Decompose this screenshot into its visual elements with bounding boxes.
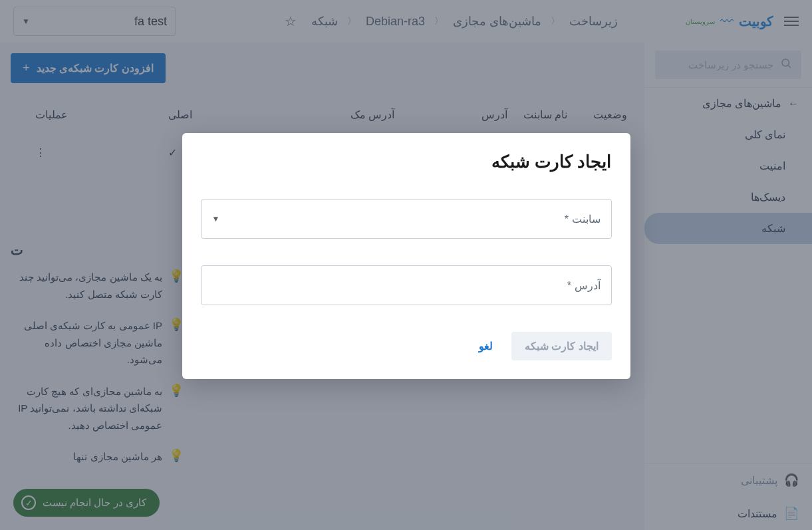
subnet-label: سابنت *	[565, 213, 601, 225]
modal-overlay[interactable]: ایجاد کارت شبکه سابنت * ▼ آدرس * ایجاد ک…	[0, 0, 812, 530]
modal-actions: ایجاد کارت شبکه لغو	[201, 332, 612, 360]
address-label: آدرس *	[567, 279, 601, 292]
subnet-select[interactable]: سابنت * ▼	[201, 199, 612, 239]
cancel-button[interactable]: لغو	[468, 332, 503, 360]
address-input[interactable]: آدرس *	[201, 265, 612, 305]
modal-title: ایجاد کارت شبکه	[201, 152, 612, 172]
caret-down-icon: ▼	[212, 214, 220, 223]
create-nic-modal: ایجاد کارت شبکه سابنت * ▼ آدرس * ایجاد ک…	[182, 133, 630, 379]
create-button[interactable]: ایجاد کارت شبکه	[511, 332, 612, 360]
